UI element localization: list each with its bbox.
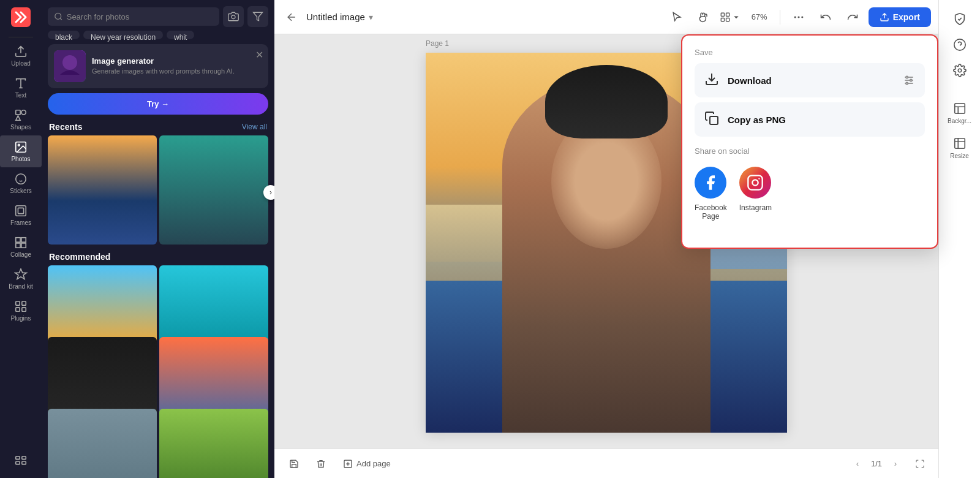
- recommended-grid: [42, 265, 274, 478]
- sidebar-item-label: Text: [15, 92, 26, 99]
- save-button[interactable]: [284, 457, 304, 471]
- filter-button[interactable]: [247, 6, 268, 27]
- sidebar-item-brand-kit[interactable]: Brand kit: [0, 263, 42, 295]
- app-logo[interactable]: [9, 5, 33, 29]
- view-options-button[interactable]: [720, 6, 742, 28]
- close-icon[interactable]: ✕: [255, 49, 263, 61]
- main-area: Untitled image ▾ 67%: [274, 0, 938, 478]
- recommended-photo-5[interactable]: [48, 409, 157, 478]
- settings-icon: [953, 64, 967, 77]
- svg-rect-10: [16, 243, 20, 248]
- zoom-indicator[interactable]: 67%: [747, 10, 772, 24]
- svg-point-2: [21, 110, 26, 115]
- svg-rect-23: [721, 13, 724, 16]
- recommended-photo-6[interactable]: [159, 409, 268, 478]
- add-page-label: Add page: [356, 459, 391, 468]
- recommended-title: Recommended: [49, 252, 110, 262]
- photos-icon: [14, 140, 28, 154]
- right-sidebar-verify[interactable]: [944, 7, 976, 31]
- svg-rect-17: [22, 457, 26, 460]
- undo-icon: [820, 11, 832, 23]
- more-icon: [14, 455, 28, 468]
- text-icon: [14, 77, 28, 90]
- svg-rect-13: [22, 302, 26, 305]
- plugins-icon: [14, 300, 28, 313]
- svg-rect-46: [954, 138, 965, 149]
- delete-button[interactable]: [311, 457, 331, 471]
- sidebar-item-photos[interactable]: Photos: [0, 135, 42, 167]
- right-sidebar-background[interactable]: Backgr...: [944, 97, 976, 129]
- sidebar-item-frames[interactable]: Frames: [0, 199, 42, 231]
- sidebar-item-stickers[interactable]: Stickers: [0, 167, 42, 199]
- back-icon: [285, 11, 298, 23]
- svg-point-20: [55, 13, 61, 19]
- download-label: Download: [728, 75, 894, 86]
- image-search-button[interactable]: [223, 6, 244, 27]
- select-tool-button[interactable]: [666, 6, 688, 28]
- facebook-button[interactable]: FacebookPage: [695, 167, 727, 221]
- image-generator-card: Image generator Generate images with wor…: [48, 44, 268, 88]
- facebook-label: FacebookPage: [695, 203, 727, 221]
- prev-page-button[interactable]: ‹: [849, 455, 866, 472]
- facebook-icon: [695, 167, 726, 199]
- sidebar-item-plugins[interactable]: Plugins: [0, 295, 42, 327]
- search-input[interactable]: [67, 12, 213, 21]
- fit-page-button[interactable]: [911, 455, 929, 472]
- instagram-button[interactable]: Instagram: [739, 167, 772, 221]
- copy-png-icon: [704, 111, 719, 128]
- undo-button[interactable]: [815, 6, 837, 28]
- svg-rect-36: [710, 116, 718, 124]
- tag-new-year[interactable]: New year resolution: [83, 31, 163, 39]
- document-title: Untitled image: [306, 12, 365, 22]
- right-sidebar-resize[interactable]: Resize: [944, 132, 976, 164]
- back-button[interactable]: [282, 7, 301, 27]
- svg-rect-1: [16, 110, 20, 115]
- svg-point-44: [958, 69, 962, 72]
- sidebar-item-upload[interactable]: Upload: [0, 40, 42, 72]
- sidebar-item-collage[interactable]: Collage: [0, 231, 42, 263]
- download-settings-icon[interactable]: [903, 74, 915, 86]
- share-section: Share on social FacebookPage: [695, 146, 925, 226]
- svg-point-43: [954, 39, 965, 50]
- recent-photo-2[interactable]: [159, 135, 268, 245]
- search-input-wrap[interactable]: [48, 7, 219, 26]
- chevron-down-icon: ▾: [369, 12, 373, 22]
- copy-png-option[interactable]: Copy as PNG: [695, 102, 925, 137]
- right-sidebar-help[interactable]: [944, 33, 976, 56]
- sidebar-item-text[interactable]: Text: [0, 72, 42, 104]
- image-generator-desc: Generate images with word prompts throug…: [92, 67, 262, 75]
- sidebar-item-label: Stickers: [10, 188, 32, 194]
- search-icon: [54, 12, 63, 21]
- next-page-button[interactable]: ›: [887, 455, 904, 472]
- recommended-header: Recommended: [42, 249, 274, 265]
- sidebar-item-more[interactable]: [0, 450, 42, 473]
- sidebar-item-shapes[interactable]: Shapes: [0, 104, 42, 135]
- recents-next-button[interactable]: ›: [263, 185, 274, 200]
- right-sidebar-settings[interactable]: [944, 59, 976, 82]
- try-button[interactable]: Try →: [48, 93, 268, 115]
- image-generator-title: Image generator: [92, 56, 262, 66]
- svg-rect-11: [21, 243, 26, 248]
- export-button[interactable]: Export: [869, 7, 931, 27]
- redo-button[interactable]: [842, 6, 864, 28]
- svg-marker-22: [254, 12, 263, 21]
- social-row: FacebookPage Instagram: [695, 162, 925, 226]
- help-icon: [953, 38, 967, 51]
- tag-black[interactable]: black: [48, 31, 80, 39]
- sidebar-item-label: Plugins: [11, 315, 31, 322]
- tag-white[interactable]: whit: [167, 31, 194, 39]
- svg-rect-26: [726, 18, 729, 21]
- export-icon: [880, 12, 889, 22]
- chevron-down-icon: [731, 11, 742, 23]
- hand-tool-button[interactable]: [693, 6, 715, 28]
- download-option[interactable]: Download: [695, 63, 925, 97]
- hand-icon: [698, 11, 710, 23]
- sidebar-left: Upload Text Shapes Photos Stickers Frame…: [0, 0, 42, 478]
- view-all-link[interactable]: View all: [242, 123, 267, 131]
- svg-point-4: [18, 144, 20, 146]
- add-page-button[interactable]: Add page: [338, 457, 396, 471]
- recent-photo-1[interactable]: [48, 135, 157, 245]
- export-dropdown-toggle[interactable]: [788, 6, 810, 28]
- resize-icon: [953, 137, 967, 150]
- document-title-button[interactable]: Untitled image ▾: [306, 12, 373, 22]
